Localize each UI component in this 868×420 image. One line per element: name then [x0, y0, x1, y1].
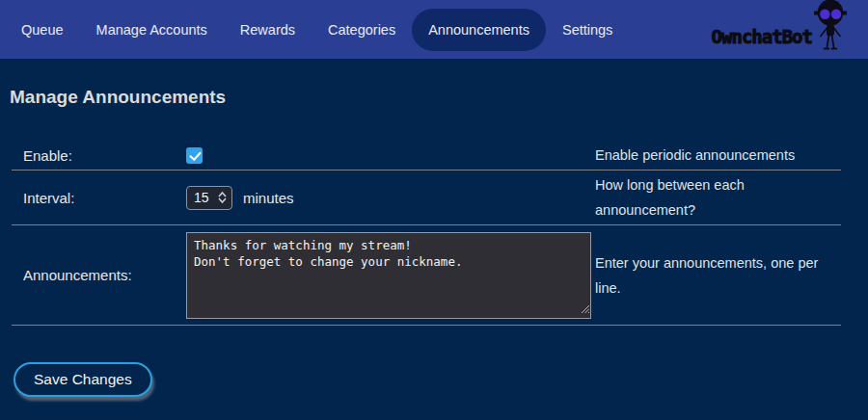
logo-text: OwnchatBot [712, 26, 812, 59]
enable-label: Enable: [12, 147, 186, 164]
interval-unit-label: minutes [243, 190, 294, 206]
interval-label: Interval: [12, 190, 186, 206]
enable-checkbox[interactable] [186, 147, 203, 164]
enable-help-text: Enable periodic announcements [595, 141, 841, 170]
interval-number-field [186, 186, 232, 210]
robot-icon [808, 0, 853, 57]
interval-control: minutes [186, 186, 595, 210]
save-changes-button[interactable]: Save Changes [14, 362, 152, 397]
announcements-control: Thanks for watching my stream! Don't for… [186, 232, 591, 319]
top-navbar: Queue Manage Accounts Rewards Categories… [0, 0, 868, 59]
announcements-form: Enable: Enable periodic announcements In… [12, 141, 841, 326]
nav-item-queue[interactable]: Queue [5, 9, 80, 51]
form-row-enable: Enable: Enable periodic announcements [12, 141, 841, 171]
page-title: Manage Announcements [10, 87, 868, 108]
form-row-interval: Interval: minutes How long between each … [12, 171, 841, 225]
app-logo: OwnchatBot [712, 0, 853, 59]
announcements-label: Announcements: [12, 267, 186, 283]
chevron-down-icon[interactable] [218, 197, 227, 203]
interval-input[interactable] [187, 190, 213, 205]
announcements-help-text: Enter your announcements, one per line. [595, 249, 841, 302]
nav-item-manage-accounts[interactable]: Manage Accounts [80, 9, 224, 51]
nav-item-categories[interactable]: Categories [312, 9, 412, 51]
enable-control [186, 146, 595, 164]
interval-help-text: How long between each announcement? [595, 171, 841, 224]
nav-item-rewards[interactable]: Rewards [224, 9, 312, 51]
interval-stepper[interactable] [213, 187, 231, 209]
nav-item-announcements[interactable]: Announcements [412, 9, 546, 51]
form-row-announcements: Announcements: Thanks for watching my st… [12, 225, 841, 326]
announcements-textarea[interactable]: Thanks for watching my stream! Don't for… [186, 232, 591, 319]
nav-item-settings[interactable]: Settings [546, 9, 629, 51]
